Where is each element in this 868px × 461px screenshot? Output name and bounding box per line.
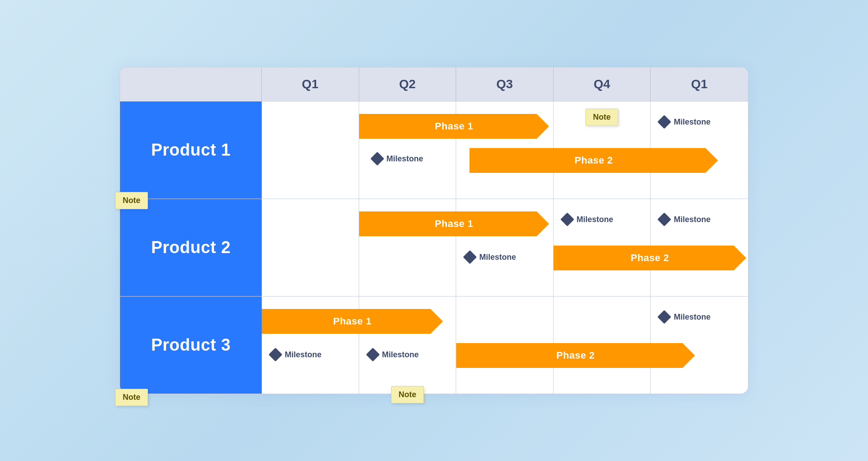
product1-q1-last: [651, 102, 748, 199]
product2-q1: [262, 199, 359, 296]
product2-q2: [359, 199, 457, 296]
product3-label-cell: Product 3: [120, 297, 262, 394]
gantt-row-product2: Product 2 Phase 1 Milestone: [120, 199, 748, 296]
header-q1-first: Q1: [262, 67, 359, 101]
product2-q4: [554, 199, 651, 296]
product1-q3: [456, 102, 554, 199]
header-empty: [120, 67, 262, 101]
product3-q3: [456, 297, 554, 394]
product2-q1-last: [651, 199, 748, 296]
product3-label: Product 3: [151, 336, 231, 355]
product3-q2: Note: [359, 297, 457, 394]
gantt-body: Product 1 Note: [120, 101, 748, 394]
product3-q1-last: [651, 297, 748, 394]
note-product1-q4: Note: [585, 109, 618, 126]
product2-label-cell: Product 2: [120, 199, 262, 296]
gantt-row-product1: Product 1 Note: [120, 101, 748, 199]
gantt-wrapper: Note Note Q1 Q2 Q3 Q4 Q1: [120, 67, 748, 394]
note-product1-left: Note: [115, 192, 148, 209]
note-product3-left: Note: [115, 389, 148, 406]
product2-q3: [456, 199, 554, 296]
product3-q1: [262, 297, 359, 394]
gantt-row-product3: Product 3 Note Phase 1: [120, 296, 748, 394]
gantt-table: Q1 Q2 Q3 Q4 Q1 Product 1: [120, 67, 748, 394]
product1-label-cell: Product 1: [120, 102, 262, 199]
product3-q4: [554, 297, 651, 394]
product1-q4: Note: [554, 102, 651, 199]
header-q2: Q2: [359, 67, 457, 101]
product1-q2: [359, 102, 457, 199]
product1-q1: [262, 102, 359, 199]
header-q4: Q4: [554, 67, 651, 101]
product1-label: Product 1: [151, 141, 231, 160]
note-product3-q2: Note: [391, 386, 424, 403]
header-q1-last: Q1: [651, 67, 748, 101]
gantt-header: Q1 Q2 Q3 Q4 Q1: [120, 67, 748, 101]
header-q3: Q3: [456, 67, 554, 101]
product2-label: Product 2: [151, 238, 231, 257]
